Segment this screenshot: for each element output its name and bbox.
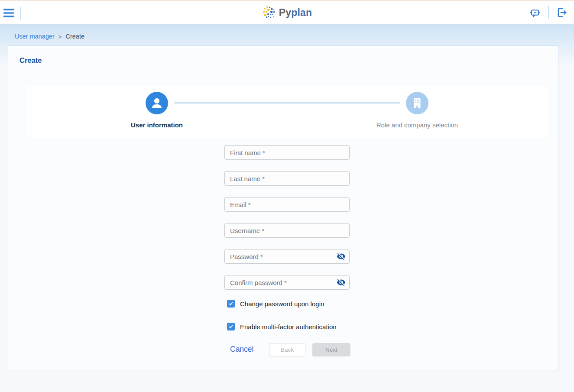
menu-icon[interactable]	[3, 8, 14, 18]
app-logo: Pyplan	[262, 6, 312, 19]
email-input[interactable]	[224, 197, 350, 212]
next-button: Next	[312, 343, 350, 356]
person-icon	[149, 95, 165, 111]
mfa-checkbox-row[interactable]: Enable multi-factor authentication	[227, 323, 337, 330]
stepper: User information Role and company select…	[27, 86, 548, 138]
page-title: Create	[19, 56, 42, 65]
mfa-label: Enable multi-factor authentication	[240, 323, 337, 330]
visibility-off-icon[interactable]	[337, 278, 346, 287]
logout-icon[interactable]	[556, 6, 568, 19]
step-label-role-company: Role and company selection	[348, 121, 486, 129]
first-name-input[interactable]	[224, 145, 350, 160]
visibility-off-icon[interactable]	[337, 252, 346, 261]
breadcrumb-create: Create	[65, 33, 84, 40]
header-divider	[548, 6, 549, 19]
breadcrumb-separator: >	[58, 33, 62, 40]
last-name-field-wrap	[224, 171, 350, 186]
checkbox-checked-icon[interactable]	[227, 323, 235, 330]
step-label-user-information: User information	[88, 121, 226, 129]
password-input[interactable]	[224, 249, 350, 264]
username-input[interactable]	[224, 223, 350, 238]
breadcrumb: User manager > Create	[15, 33, 84, 40]
password-field-wrap	[224, 249, 350, 264]
assistant-bot-icon[interactable]	[529, 6, 541, 19]
cancel-button[interactable]: Cancel	[230, 345, 253, 354]
step-user-information[interactable]	[146, 92, 168, 114]
step-role-company[interactable]	[406, 92, 428, 114]
header-actions	[529, 6, 568, 19]
create-user-panel: Create User information	[8, 45, 558, 370]
change-password-label: Change password upon login	[240, 300, 324, 308]
app-title: Pyplan	[279, 7, 312, 19]
confirm-password-field-wrap	[224, 275, 350, 290]
checkbox-checked-icon[interactable]	[227, 300, 235, 308]
stepper-connector	[174, 102, 400, 104]
page: Pyplan	[0, 0, 574, 392]
pyplan-logo-icon	[262, 6, 276, 19]
app-header: Pyplan	[0, 1, 574, 24]
breadcrumb-user-manager[interactable]: User manager	[15, 33, 55, 40]
last-name-input[interactable]	[224, 171, 350, 186]
header-divider	[20, 6, 21, 20]
back-button: Back	[269, 343, 305, 356]
confirm-password-input[interactable]	[224, 275, 350, 290]
first-name-field-wrap	[224, 145, 350, 160]
change-password-checkbox-row[interactable]: Change password upon login	[227, 300, 324, 308]
company-building-icon	[409, 95, 425, 111]
username-field-wrap	[224, 223, 350, 238]
email-field-wrap	[224, 197, 350, 212]
